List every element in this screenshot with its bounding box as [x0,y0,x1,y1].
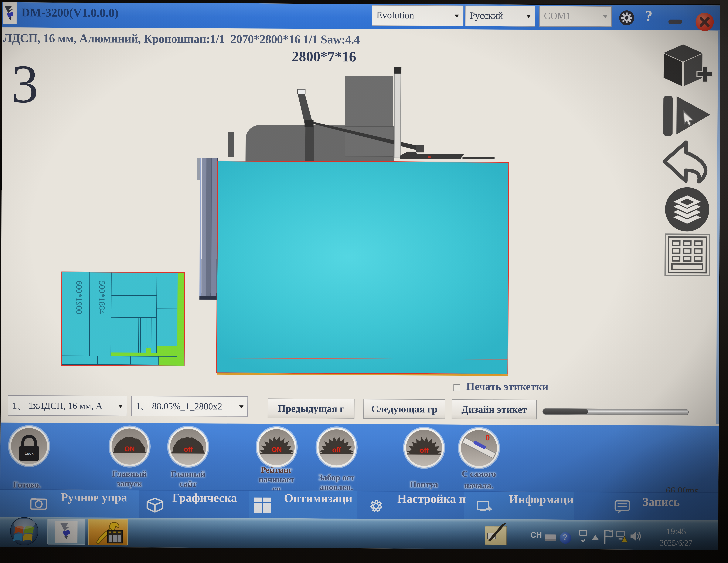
svg-text:off: off [184,445,193,453]
svg-text:Lock: Lock [24,451,34,456]
svg-text:off: off [420,446,429,454]
svg-text:ON: ON [271,446,282,453]
svg-text:off: off [332,446,341,454]
svg-text:ON: ON [124,445,135,453]
svg-text:0: 0 [486,433,490,442]
